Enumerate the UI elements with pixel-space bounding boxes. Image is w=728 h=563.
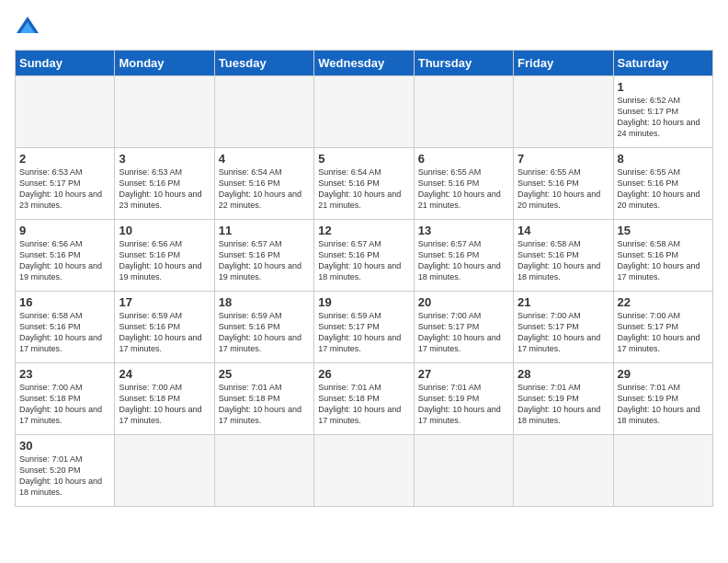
calendar-cell: 18Sunrise: 6:59 AM Sunset: 5:16 PM Dayli…: [214, 292, 313, 363]
day-info: Sunrise: 6:55 AM Sunset: 5:16 PM Dayligh…: [518, 167, 609, 212]
calendar-cell: [115, 76, 214, 148]
calendar-cell: [414, 76, 513, 148]
calendar-cell: [16, 76, 115, 148]
day-number: 29: [618, 367, 709, 381]
calendar-cell: 2Sunrise: 6:53 AM Sunset: 5:17 PM Daylig…: [16, 148, 115, 220]
day-info: Sunrise: 6:56 AM Sunset: 5:16 PM Dayligh…: [19, 238, 110, 283]
calendar-cell: 14Sunrise: 6:58 AM Sunset: 5:16 PM Dayli…: [514, 220, 613, 292]
day-number: 13: [418, 224, 509, 237]
header-cell-wednesday: Wednesday: [314, 51, 414, 76]
day-number: 1: [618, 80, 709, 94]
header-cell-saturday: Saturday: [613, 51, 712, 76]
day-info: Sunrise: 7:00 AM Sunset: 5:18 PM Dayligh…: [119, 382, 210, 427]
day-info: Sunrise: 7:00 AM Sunset: 5:17 PM Dayligh…: [418, 310, 509, 355]
day-info: Sunrise: 6:52 AM Sunset: 5:17 PM Dayligh…: [618, 95, 709, 140]
calendar-cell: 6Sunrise: 6:55 AM Sunset: 5:16 PM Daylig…: [414, 148, 513, 220]
calendar-cell: 16Sunrise: 6:58 AM Sunset: 5:16 PM Dayli…: [16, 292, 115, 363]
calendar-cell: 3Sunrise: 6:53 AM Sunset: 5:16 PM Daylig…: [115, 148, 214, 220]
calendar-table: SundayMondayTuesdayWednesdayThursdayFrid…: [15, 50, 713, 507]
calendar-cell: 10Sunrise: 6:56 AM Sunset: 5:16 PM Dayli…: [115, 220, 214, 292]
page: SundayMondayTuesdayWednesdayThursdayFrid…: [0, 0, 728, 563]
calendar-cell: 28Sunrise: 7:01 AM Sunset: 5:19 PM Dayli…: [514, 363, 613, 435]
day-number: 16: [19, 295, 110, 309]
day-info: Sunrise: 7:01 AM Sunset: 5:19 PM Dayligh…: [618, 382, 709, 427]
calendar-cell: 30Sunrise: 7:01 AM Sunset: 5:20 PM Dayli…: [16, 435, 115, 507]
day-number: 18: [219, 295, 310, 309]
day-number: 27: [418, 367, 509, 381]
day-number: 30: [19, 439, 110, 453]
calendar-cell: 1Sunrise: 6:52 AM Sunset: 5:17 PM Daylig…: [613, 76, 712, 148]
calendar-row: 16Sunrise: 6:58 AM Sunset: 5:16 PM Dayli…: [16, 292, 713, 363]
day-info: Sunrise: 7:00 AM Sunset: 5:17 PM Dayligh…: [518, 310, 609, 355]
calendar-cell: [115, 435, 214, 507]
header-cell-tuesday: Tuesday: [214, 51, 313, 76]
calendar-header: SundayMondayTuesdayWednesdayThursdayFrid…: [16, 51, 713, 76]
day-number: 11: [219, 224, 310, 237]
day-info: Sunrise: 7:01 AM Sunset: 5:18 PM Dayligh…: [318, 382, 409, 427]
calendar-cell: 20Sunrise: 7:00 AM Sunset: 5:17 PM Dayli…: [414, 292, 513, 363]
calendar-cell: 17Sunrise: 6:59 AM Sunset: 5:16 PM Dayli…: [115, 292, 214, 363]
day-number: 8: [618, 152, 709, 166]
day-info: Sunrise: 6:58 AM Sunset: 5:16 PM Dayligh…: [518, 238, 609, 283]
calendar-body: 1Sunrise: 6:52 AM Sunset: 5:17 PM Daylig…: [16, 76, 713, 507]
day-number: 21: [518, 295, 609, 309]
day-info: Sunrise: 6:58 AM Sunset: 5:16 PM Dayligh…: [19, 310, 110, 355]
day-number: 5: [318, 152, 409, 166]
day-info: Sunrise: 6:55 AM Sunset: 5:16 PM Dayligh…: [418, 167, 509, 212]
day-info: Sunrise: 6:53 AM Sunset: 5:16 PM Dayligh…: [119, 167, 210, 212]
calendar-cell: 8Sunrise: 6:55 AM Sunset: 5:16 PM Daylig…: [613, 148, 712, 220]
header: [15, 15, 713, 40]
calendar-cell: [214, 76, 313, 148]
calendar-cell: 4Sunrise: 6:54 AM Sunset: 5:16 PM Daylig…: [214, 148, 313, 220]
calendar-cell: 25Sunrise: 7:01 AM Sunset: 5:18 PM Dayli…: [214, 363, 313, 435]
header-cell-sunday: Sunday: [16, 51, 115, 76]
calendar-cell: 26Sunrise: 7:01 AM Sunset: 5:18 PM Dayli…: [314, 363, 414, 435]
day-number: 9: [19, 224, 110, 237]
day-number: 23: [19, 367, 110, 381]
day-number: 12: [318, 224, 409, 237]
calendar-cell: 29Sunrise: 7:01 AM Sunset: 5:19 PM Dayli…: [613, 363, 712, 435]
day-info: Sunrise: 7:01 AM Sunset: 5:19 PM Dayligh…: [418, 382, 509, 427]
day-info: Sunrise: 6:57 AM Sunset: 5:16 PM Dayligh…: [219, 238, 310, 283]
day-number: 22: [618, 295, 709, 309]
calendar-cell: [414, 435, 513, 507]
calendar-row: 1Sunrise: 6:52 AM Sunset: 5:17 PM Daylig…: [16, 76, 713, 148]
calendar-cell: 27Sunrise: 7:01 AM Sunset: 5:19 PM Dayli…: [414, 363, 513, 435]
header-cell-friday: Friday: [514, 51, 613, 76]
day-info: Sunrise: 6:56 AM Sunset: 5:16 PM Dayligh…: [119, 238, 210, 283]
day-number: 24: [119, 367, 210, 381]
header-row: SundayMondayTuesdayWednesdayThursdayFrid…: [16, 51, 713, 76]
calendar-cell: 7Sunrise: 6:55 AM Sunset: 5:16 PM Daylig…: [514, 148, 613, 220]
day-info: Sunrise: 6:54 AM Sunset: 5:16 PM Dayligh…: [219, 167, 310, 212]
header-cell-thursday: Thursday: [414, 51, 513, 76]
day-number: 2: [19, 152, 110, 166]
day-number: 28: [518, 367, 609, 381]
calendar-row: 30Sunrise: 7:01 AM Sunset: 5:20 PM Dayli…: [16, 435, 713, 507]
calendar-cell: [214, 435, 313, 507]
calendar-row: 2Sunrise: 6:53 AM Sunset: 5:17 PM Daylig…: [16, 148, 713, 220]
calendar-cell: 15Sunrise: 6:58 AM Sunset: 5:16 PM Dayli…: [613, 220, 712, 292]
day-number: 6: [418, 152, 509, 166]
logo: [15, 15, 44, 40]
calendar-cell: 13Sunrise: 6:57 AM Sunset: 5:16 PM Dayli…: [414, 220, 513, 292]
day-info: Sunrise: 6:59 AM Sunset: 5:16 PM Dayligh…: [219, 310, 310, 355]
day-number: 15: [618, 224, 709, 237]
calendar-cell: [613, 435, 712, 507]
day-number: 17: [119, 295, 210, 309]
day-number: 4: [219, 152, 310, 166]
day-info: Sunrise: 6:54 AM Sunset: 5:16 PM Dayligh…: [318, 167, 409, 212]
calendar-cell: 19Sunrise: 6:59 AM Sunset: 5:17 PM Dayli…: [314, 292, 414, 363]
day-number: 10: [119, 224, 210, 237]
day-info: Sunrise: 7:00 AM Sunset: 5:17 PM Dayligh…: [618, 310, 709, 355]
calendar-cell: 21Sunrise: 7:00 AM Sunset: 5:17 PM Dayli…: [514, 292, 613, 363]
day-number: 26: [318, 367, 409, 381]
day-info: Sunrise: 6:59 AM Sunset: 5:17 PM Dayligh…: [318, 310, 409, 355]
header-cell-monday: Monday: [115, 51, 214, 76]
day-info: Sunrise: 6:59 AM Sunset: 5:16 PM Dayligh…: [119, 310, 210, 355]
day-info: Sunrise: 6:53 AM Sunset: 5:17 PM Dayligh…: [19, 167, 110, 212]
calendar-cell: 22Sunrise: 7:00 AM Sunset: 5:17 PM Dayli…: [613, 292, 712, 363]
day-number: 3: [119, 152, 210, 166]
calendar-cell: 24Sunrise: 7:00 AM Sunset: 5:18 PM Dayli…: [115, 363, 214, 435]
day-info: Sunrise: 7:00 AM Sunset: 5:18 PM Dayligh…: [19, 382, 110, 427]
day-info: Sunrise: 6:55 AM Sunset: 5:16 PM Dayligh…: [618, 167, 709, 212]
